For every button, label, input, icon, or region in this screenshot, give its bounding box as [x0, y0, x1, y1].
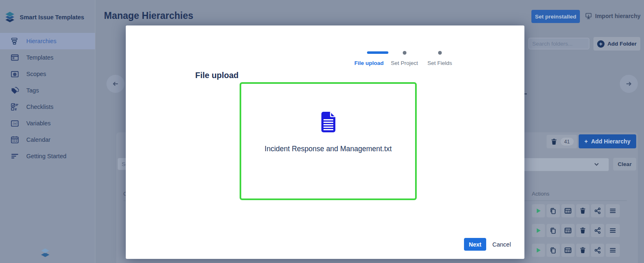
background-card-edge	[524, 93, 527, 95]
scopes-icon	[11, 70, 19, 78]
uploaded-file-name: Incident Response and Management.txt	[265, 145, 392, 153]
table-action-button[interactable]	[561, 204, 575, 217]
templates-icon	[11, 53, 19, 62]
menu-icon	[609, 207, 616, 215]
sidebar-item-tags[interactable]: Tags	[0, 82, 95, 99]
share-action-button[interactable]	[591, 224, 604, 237]
share-action-button[interactable]	[591, 244, 604, 257]
run-action-button[interactable]	[532, 204, 545, 217]
table-icon	[564, 207, 572, 215]
folders-next-button[interactable]	[620, 75, 638, 93]
share-action-button[interactable]	[591, 204, 604, 217]
arrow-left-icon	[111, 79, 120, 88]
sidebar-item-variables[interactable]: (x) Variables	[0, 115, 95, 132]
plus-circle-icon: +	[597, 40, 605, 48]
import-hierarchy-label: Import hierarchy	[595, 13, 640, 19]
app-title: Smart Issue Templates	[20, 14, 84, 21]
chevron-down-icon	[594, 163, 599, 166]
step-indicator-dot	[403, 51, 406, 55]
sidebar-item-templates[interactable]: Templates	[0, 49, 95, 66]
sidebar-item-label: Getting Started	[26, 153, 67, 159]
sidebar-nav: Hierarchies Templates Scopes Tags	[0, 33, 95, 164]
delete-action-button[interactable]	[576, 244, 589, 257]
menu-action-button[interactable]	[606, 204, 620, 217]
hierarchies-icon	[11, 37, 19, 45]
trash-icon	[579, 227, 586, 234]
file-upload-modal: File upload File upload Set Project Set …	[126, 25, 524, 259]
calendar-icon	[11, 136, 19, 144]
sidebar-item-label: Tags	[26, 87, 39, 94]
bulk-delete-button[interactable]: 41	[547, 135, 577, 148]
table-icon	[564, 227, 572, 234]
share-icon	[594, 207, 601, 215]
set-preinstalled-button[interactable]: Set preinstalled	[531, 10, 580, 23]
step-label-set-project: Set Project	[391, 60, 418, 66]
tags-icon	[11, 86, 19, 95]
table-action-button[interactable]	[561, 224, 575, 237]
sidebar-footer-logo-icon	[39, 247, 51, 261]
sidebar-item-label: Calendar	[26, 136, 51, 143]
add-folder-label: Add Folder	[607, 41, 637, 47]
sidebar-item-calendar[interactable]: Calendar	[0, 132, 95, 148]
trash-icon	[579, 247, 586, 254]
add-folder-button[interactable]: + Add Folder	[593, 37, 640, 51]
run-action-button[interactable]	[532, 224, 545, 237]
copy-action-button[interactable]	[547, 244, 560, 257]
table-icon	[564, 247, 572, 254]
step-indicator-active	[367, 51, 388, 54]
svg-text:(x): (x)	[13, 122, 17, 125]
variables-icon: (x)	[11, 119, 19, 127]
copy-icon	[549, 207, 557, 215]
share-icon	[594, 227, 601, 234]
import-hierarchy-button[interactable]: Import hierarchy	[585, 12, 640, 20]
step-label-set-fields: Set Fields	[427, 60, 452, 66]
copy-action-button[interactable]	[547, 224, 560, 237]
getting-started-icon	[11, 152, 19, 160]
search-folders-input[interactable]	[529, 38, 589, 49]
play-icon	[535, 227, 542, 234]
add-hierarchy-label: Add Hierarchy	[591, 138, 630, 145]
modal-title: File upload	[195, 71, 239, 80]
delete-action-button[interactable]	[576, 224, 589, 237]
menu-action-button[interactable]	[606, 244, 620, 257]
folders-prev-button[interactable]	[106, 75, 125, 93]
menu-icon	[609, 247, 616, 254]
run-action-button[interactable]	[532, 244, 545, 257]
plus-icon: +	[584, 138, 588, 145]
trash-icon	[579, 207, 586, 215]
copy-icon	[549, 247, 557, 254]
sidebar-item-getting-started[interactable]: Getting Started	[0, 148, 95, 164]
table-action-button[interactable]	[561, 244, 575, 257]
page-title: Manage Hierarchies	[104, 10, 193, 21]
step-indicator-dot	[438, 51, 442, 55]
delete-action-button[interactable]	[576, 204, 589, 217]
app-logo-icon	[3, 11, 16, 24]
arrow-right-icon	[624, 79, 633, 88]
next-button[interactable]: Next	[464, 238, 486, 251]
copy-icon	[549, 227, 557, 234]
sidebar: Smart Issue Templates Hierarchies Templa…	[0, 0, 95, 263]
step-label-file-upload: File upload	[354, 60, 383, 66]
file-dropzone[interactable]: Incident Response and Management.txt	[240, 82, 417, 200]
sidebar-item-checklists[interactable]: Checklists	[0, 99, 95, 115]
sidebar-item-label: Checklists	[26, 104, 53, 110]
share-icon	[594, 247, 601, 254]
sidebar-item-label: Variables	[26, 120, 51, 127]
clear-filter-button[interactable]: Clear	[613, 158, 636, 171]
sidebar-item-hierarchies[interactable]: Hierarchies	[0, 33, 95, 49]
trash-count-badge: 41	[561, 138, 574, 145]
sidebar-item-scopes[interactable]: Scopes	[0, 66, 95, 82]
import-icon	[585, 12, 593, 20]
cancel-button[interactable]: Cancel	[489, 238, 514, 251]
menu-icon	[609, 227, 616, 234]
play-icon	[535, 247, 542, 254]
sidebar-item-label: Templates	[26, 54, 53, 61]
column-header-actions: Actions	[532, 191, 549, 197]
copy-action-button[interactable]	[547, 204, 560, 217]
document-icon	[319, 111, 338, 133]
menu-action-button[interactable]	[606, 224, 620, 237]
checklists-icon	[11, 103, 19, 111]
add-hierarchy-button[interactable]: + Add Hierarchy	[579, 134, 636, 148]
app-brand: Smart Issue Templates	[3, 11, 84, 24]
sidebar-item-label: Scopes	[26, 71, 46, 77]
